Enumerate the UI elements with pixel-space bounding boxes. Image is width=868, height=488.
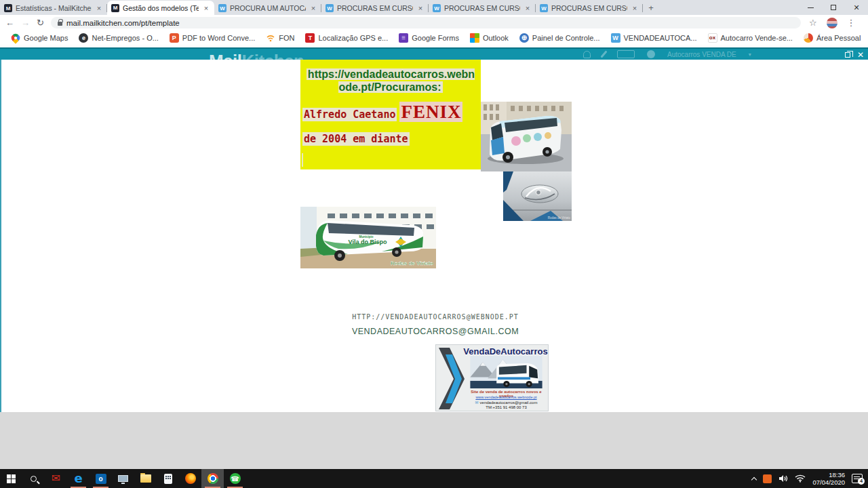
bookmark-autocarro-vende-se[interactable]: Autocarro Vende-se... xyxy=(703,33,798,43)
bookmark-google-forms[interactable]: Google Forms xyxy=(393,33,465,43)
bookmarks-bar: Google Maps Net-Empregos - O... PDF to W… xyxy=(0,30,868,45)
tab-close-icon[interactable]: × xyxy=(524,4,532,12)
bookmark-area-pessoal[interactable]: Área Pessoal xyxy=(798,33,866,43)
taskbar-outlook[interactable]: o xyxy=(90,469,112,488)
pencil-icon[interactable] xyxy=(600,50,607,58)
address-bar[interactable]: mail.mailkitchen.com/pt/template xyxy=(51,17,801,28)
back-button[interactable]: ← xyxy=(5,18,14,27)
tab-estatisticas[interactable]: Estatísticas - MailKitchen × xyxy=(0,1,107,15)
tab-close-icon[interactable]: × xyxy=(202,4,210,12)
forward-button[interactable]: → xyxy=(21,18,30,27)
notification-badge: 4 xyxy=(858,478,865,485)
new-tab-button[interactable]: + xyxy=(643,1,659,15)
whatsapp-icon xyxy=(230,473,241,484)
vendadeautocarros-logo-card[interactable]: VendaDeAutocarros Site de venda de autoc… xyxy=(435,344,549,411)
webnode-favicon-icon xyxy=(433,4,441,12)
taskbar-file-explorer[interactable] xyxy=(134,469,157,488)
language-selector[interactable] xyxy=(617,50,635,58)
tray-expand-icon[interactable] xyxy=(751,476,757,482)
windows-start-icon xyxy=(7,474,16,483)
bookmark-fon[interactable]: FON xyxy=(260,33,300,43)
bookmark-net-empregos[interactable]: Net-Empregos - O... xyxy=(73,33,163,43)
https-lock-icon[interactable] xyxy=(58,22,62,26)
bookmark-vendadeautocarros[interactable]: VENDADEAUTOCA... xyxy=(606,33,703,43)
webnode-favicon-icon xyxy=(540,4,548,12)
bookmark-label: Localização GPS e... xyxy=(318,34,388,42)
clock-time: 18:36 xyxy=(812,471,845,479)
folder-icon xyxy=(140,474,151,483)
start-button[interactable] xyxy=(0,469,22,488)
browser-menu-icon[interactable]: ⋮ xyxy=(847,18,856,28)
red-mail-icon: ✉ xyxy=(52,473,60,484)
taskbar-calculator[interactable] xyxy=(157,469,179,488)
globe-blue-icon xyxy=(519,33,529,43)
taskbar-system[interactable] xyxy=(112,469,134,488)
account-avatar xyxy=(647,50,655,58)
taskbar-whatsapp[interactable] xyxy=(224,469,246,488)
window-maximize-button[interactable] xyxy=(822,0,845,15)
action-center-icon[interactable]: 4 xyxy=(852,474,863,483)
webnode-favicon-icon xyxy=(218,4,226,12)
dialog-close-icon[interactable]: ✕ xyxy=(857,51,864,59)
volume-icon[interactable] xyxy=(778,474,788,483)
gmail-link[interactable]: VENDADEAUTOCARROS@GMAIL.COM xyxy=(1,327,868,336)
window-controls: ✕ xyxy=(799,0,868,15)
green-bus-photo[interactable]: Município Vila do Bispo Rodas de Viriato xyxy=(300,207,436,268)
window-minimize-button[interactable] xyxy=(799,0,822,15)
account-name[interactable]: Autocarros VENDA DE xyxy=(667,51,736,58)
taskbar-firefox[interactable] xyxy=(179,469,201,488)
taskbar-search-button[interactable] xyxy=(22,469,45,488)
bus-emblem-photo[interactable]: Rodas de Viriato xyxy=(503,171,572,221)
olx-icon xyxy=(708,33,717,43)
chrome-icon xyxy=(208,473,218,484)
taskbar-mail-app[interactable]: ✉ xyxy=(45,469,67,488)
wifi-icon[interactable] xyxy=(795,474,806,483)
webnode-favicon-icon xyxy=(326,4,334,12)
tab-title: Estatísticas - MailKitchen xyxy=(16,4,92,12)
tab-procuras-em-curso-2[interactable]: PROCURAS EM CURSO :: VENDA × xyxy=(429,1,536,15)
person-icon[interactable] xyxy=(583,51,591,58)
bookmark-outlook[interactable]: Outlook xyxy=(465,33,514,43)
text-cursor xyxy=(302,153,303,167)
template-preview-canvas[interactable]: https://vendadeautocarros.webnode.pt/Pro… xyxy=(0,60,868,412)
card-website-link[interactable]: www.vendadeautocarros.webnode.pt xyxy=(465,395,548,399)
green-bus-caption: Vila do Bispo xyxy=(349,239,387,245)
blue-coach-photo[interactable] xyxy=(481,102,572,171)
tab-gestao-modelos[interactable]: Gestão dos modelos (Templates) × xyxy=(107,1,214,15)
search-icon xyxy=(31,476,37,482)
card-phone: TM:+351 91 498 00 73 xyxy=(465,405,548,409)
mailkitchen-logo: MailKitchen xyxy=(209,51,304,60)
tab-close-icon[interactable]: × xyxy=(309,4,317,12)
bookmark-painel-de-controle[interactable]: Painel de Controle... xyxy=(514,33,606,43)
webnode-link[interactable]: HTTP://VENDADEAUTOCARROS@WEBNODE.PT xyxy=(1,313,868,321)
model-years-text: de 2004 em diante xyxy=(302,132,410,146)
mailkitchen-favicon-icon xyxy=(4,4,12,12)
chevron-down-icon: ▾ xyxy=(749,52,751,58)
antivirus-tray-icon[interactable] xyxy=(763,474,772,483)
reload-button[interactable]: ↻ xyxy=(37,18,44,27)
bookmark-star-icon[interactable]: ☆ xyxy=(809,18,817,28)
bookmark-google-maps[interactable]: Google Maps xyxy=(5,33,73,43)
taskbar-edge[interactable]: e xyxy=(67,469,90,488)
tab-procura-autocarro[interactable]: PROCURA UM AUTOCARRO? :: V × xyxy=(214,1,321,15)
tab-procuras-em-curso-1[interactable]: PROCURAS EM CURSO :: VENDA × xyxy=(321,1,429,15)
template-headline: https://vendadeautocarros.webnode.pt/Pro… xyxy=(305,68,476,94)
tab-close-icon[interactable]: × xyxy=(95,4,103,12)
tab-title: PROCURAS EM CURSO :: VENDA xyxy=(444,4,520,12)
toolbar-right: ☆ ⋮ xyxy=(809,18,856,28)
window-close-button[interactable]: ✕ xyxy=(845,0,868,15)
bookmark-pdf-to-word[interactable]: PDF to Word Conve... xyxy=(164,33,260,43)
profile-avatar[interactable] xyxy=(827,18,837,28)
tab-procuras-em-curso-3[interactable]: PROCURAS EM CURSO :: VENDA × xyxy=(536,1,643,15)
taskbar-clock[interactable]: 18:36 07/04/2020 xyxy=(812,471,845,486)
tab-title: PROCURAS EM CURSO :: VENDA xyxy=(551,4,627,12)
template-yellow-text-block[interactable]: https://vendadeautocarros.webnode.pt/Pro… xyxy=(300,60,481,169)
tab-close-icon[interactable]: × xyxy=(416,4,425,12)
tab-close-icon[interactable]: × xyxy=(631,4,639,12)
bookmark-localizacao-gps[interactable]: Localização GPS e... xyxy=(300,33,393,43)
template-years-line: de 2004 em diante xyxy=(302,133,410,145)
taskbar-chrome[interactable] xyxy=(201,469,224,488)
dialog-restore-icon[interactable] xyxy=(845,52,850,58)
url-text[interactable]: mail.mailkitchen.com/pt/template xyxy=(66,19,180,27)
windows-taskbar: ✉ e o xyxy=(0,469,868,488)
